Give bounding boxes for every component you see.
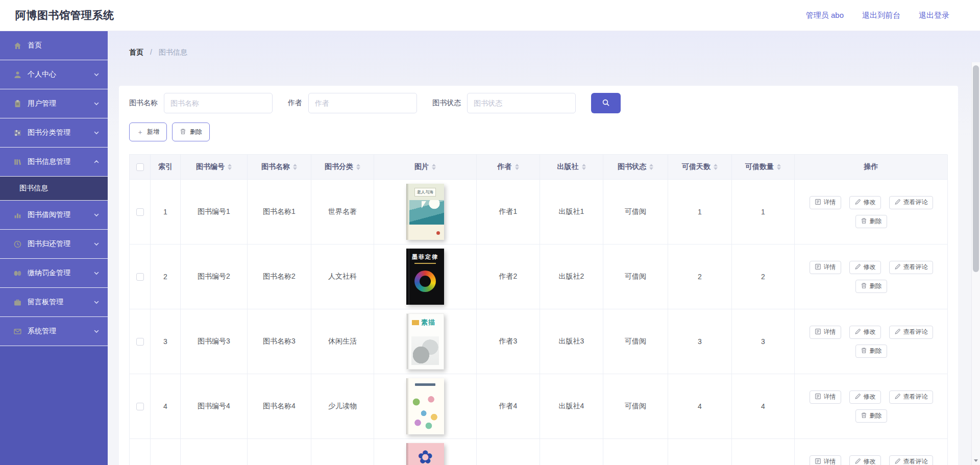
detail-action-button[interactable]: 详情 bbox=[810, 390, 841, 404]
search-button[interactable] bbox=[591, 93, 621, 113]
action-label: 删除 bbox=[870, 347, 882, 355]
logout-link[interactable]: 退出登录 bbox=[919, 11, 949, 20]
row-checkbox[interactable] bbox=[136, 208, 144, 216]
trash-icon bbox=[861, 217, 867, 226]
detail-action-button[interactable]: 详情 bbox=[810, 196, 841, 209]
delete-action-button[interactable]: 删除 bbox=[855, 215, 887, 228]
column-label: 图书编号 bbox=[196, 162, 225, 172]
column-header-category[interactable]: 图书分类 bbox=[311, 155, 374, 180]
book-name-input[interactable] bbox=[164, 93, 273, 113]
book-name-label: 图书名称 bbox=[129, 99, 158, 108]
comments-action-button[interactable]: 查看评论 bbox=[889, 455, 933, 465]
cell-author: 作者4 bbox=[477, 374, 540, 439]
sort-icon[interactable] bbox=[432, 164, 436, 170]
sidebar: 首页个人中心用户管理图书分类管理图书信息管理图书信息图书借阅管理图书归还管理缴纳… bbox=[0, 31, 108, 465]
sidebar-item-book-return[interactable]: 图书归还管理 bbox=[0, 230, 108, 259]
column-header-status[interactable]: 图书状态 bbox=[603, 155, 668, 180]
book-status-input[interactable] bbox=[467, 93, 576, 113]
author-input[interactable] bbox=[308, 93, 417, 113]
cell-index: 3 bbox=[151, 309, 181, 374]
sidebar-item-label: 系统管理 bbox=[28, 327, 88, 336]
sidebar-item-book-info[interactable]: 图书信息管理 bbox=[0, 148, 108, 177]
column-label: 出版社 bbox=[557, 162, 579, 172]
sidebar-filler bbox=[0, 346, 108, 465]
briefcase-icon bbox=[13, 298, 22, 307]
edit-action-button[interactable]: 修改 bbox=[849, 261, 881, 274]
chevron-down-icon bbox=[93, 299, 100, 305]
cell-check bbox=[130, 439, 151, 465]
column-header-code[interactable]: 图书编号 bbox=[181, 155, 248, 180]
scrollbar-down-arrow[interactable] bbox=[972, 457, 980, 464]
edit-action-button[interactable]: 修改 bbox=[849, 455, 881, 465]
sidebar-item-book-borrow[interactable]: 图书借阅管理 bbox=[0, 201, 108, 230]
sort-icon[interactable] bbox=[649, 164, 653, 170]
cell-author: 作者2 bbox=[477, 244, 540, 309]
delete-action-button[interactable]: 删除 bbox=[855, 409, 887, 423]
vertical-scrollbar[interactable] bbox=[971, 62, 980, 465]
edit-action-button[interactable]: 修改 bbox=[849, 326, 881, 339]
sidebar-item-message-board[interactable]: 留言板管理 bbox=[0, 288, 108, 317]
sort-icon[interactable] bbox=[582, 164, 586, 170]
home-icon bbox=[13, 41, 22, 50]
cell-cover: ✿ bbox=[374, 439, 477, 465]
breadcrumb-home[interactable]: 首页 bbox=[129, 48, 143, 56]
row-actions: 详情修改查看评论删除 bbox=[807, 390, 936, 423]
add-button[interactable]: ＋ 新增 bbox=[129, 123, 167, 141]
sidebar-item-system[interactable]: 系统管理 bbox=[0, 317, 108, 346]
column-header-name[interactable]: 图书名称 bbox=[248, 155, 311, 180]
sidebar-item-home[interactable]: 首页 bbox=[0, 31, 108, 60]
sort-icon[interactable] bbox=[356, 164, 360, 170]
cell-code: 图书编号3 bbox=[181, 309, 248, 374]
cell-actions: 详情修改查看评论删除 bbox=[795, 439, 948, 465]
action-label: 查看评论 bbox=[903, 457, 928, 465]
content-card: 图书名称作者图书状态 ＋ 新增 删除 索引图书编号图书名称图书分类图片作者出版社… bbox=[119, 86, 958, 465]
action-label: 详情 bbox=[824, 328, 836, 336]
delete-button[interactable]: 删除 bbox=[172, 123, 210, 141]
sort-icon[interactable] bbox=[293, 164, 297, 170]
column-label: 可借数量 bbox=[745, 162, 774, 172]
detail-action-button[interactable]: 详情 bbox=[810, 326, 841, 339]
delete-action-button[interactable]: 删除 bbox=[855, 280, 887, 293]
exit-to-front-link[interactable]: 退出到前台 bbox=[862, 11, 900, 20]
sidebar-item-book-category[interactable]: 图书分类管理 bbox=[0, 118, 108, 148]
comments-action-button[interactable]: 查看评论 bbox=[889, 261, 933, 274]
edit-action-button[interactable]: 修改 bbox=[849, 196, 881, 209]
sidebar-item-profile[interactable]: 个人中心 bbox=[0, 60, 108, 89]
header-links: 管理员 abo退出到前台退出登录 bbox=[806, 11, 949, 20]
row-checkbox[interactable] bbox=[136, 403, 144, 410]
column-header-days[interactable]: 可借天数 bbox=[668, 155, 732, 180]
sort-icon[interactable] bbox=[714, 164, 718, 170]
sort-icon[interactable] bbox=[515, 164, 519, 170]
column-header-publisher[interactable]: 出版社 bbox=[540, 155, 603, 180]
cell-publisher: 出版社1 bbox=[540, 180, 603, 244]
cell-publisher bbox=[540, 439, 603, 465]
admin-user-link[interactable]: 管理员 abo bbox=[806, 11, 844, 20]
detail-icon bbox=[815, 199, 821, 207]
scrollbar-thumb[interactable] bbox=[973, 65, 979, 272]
cell-status bbox=[603, 439, 668, 465]
sort-icon[interactable] bbox=[228, 164, 232, 170]
edit-action-button[interactable]: 修改 bbox=[849, 390, 881, 404]
delete-action-button[interactable]: 删除 bbox=[855, 345, 887, 358]
select-all-checkbox[interactable] bbox=[136, 163, 144, 171]
search-icon bbox=[602, 99, 610, 108]
sidebar-item-fine-payment[interactable]: 缴纳罚金管理 bbox=[0, 259, 108, 288]
cell-status: 可借阅 bbox=[603, 374, 668, 439]
detail-action-button[interactable]: 详情 bbox=[810, 455, 841, 465]
detail-action-button[interactable]: 详情 bbox=[810, 261, 841, 274]
row-checkbox[interactable] bbox=[136, 338, 144, 346]
book-cover-image: 素描 bbox=[406, 313, 444, 370]
comments-action-button[interactable]: 查看评论 bbox=[889, 196, 933, 209]
column-header-author[interactable]: 作者 bbox=[477, 155, 540, 180]
column-header-image[interactable]: 图片 bbox=[374, 155, 477, 180]
comments-action-button[interactable]: 查看评论 bbox=[889, 390, 933, 404]
clock-icon bbox=[13, 240, 22, 249]
comments-action-button[interactable]: 查看评论 bbox=[889, 326, 933, 339]
cell-actions: 详情修改查看评论删除 bbox=[795, 180, 948, 244]
column-header-qty[interactable]: 可借数量 bbox=[732, 155, 795, 180]
sort-icon[interactable] bbox=[777, 164, 781, 170]
sidebar-subitem-book-info-list[interactable]: 图书信息 bbox=[0, 177, 108, 201]
cell-cover: 素描 bbox=[374, 309, 477, 374]
row-checkbox[interactable] bbox=[136, 273, 144, 281]
sidebar-item-users[interactable]: 用户管理 bbox=[0, 89, 108, 118]
